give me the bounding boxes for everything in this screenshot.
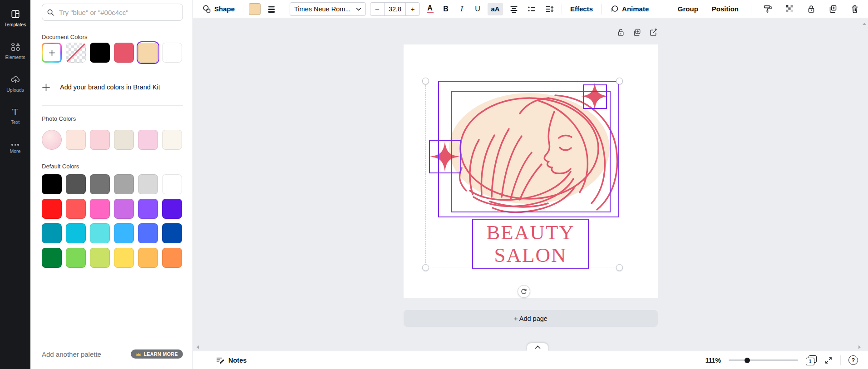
color-swatch[interactable] <box>66 174 86 194</box>
add-color-swatch[interactable] <box>42 43 62 63</box>
scroll-up-arrow[interactable] <box>862 22 867 25</box>
color-swatch[interactable] <box>90 248 110 268</box>
resize-handle-top-left[interactable] <box>422 78 429 84</box>
color-swatch[interactable] <box>42 174 62 194</box>
zoom-slider-thumb[interactable] <box>745 358 750 363</box>
color-swatch[interactable] <box>114 43 134 63</box>
resize-handle-bottom-right[interactable] <box>616 264 623 271</box>
add-brand-colors-button[interactable]: Add your brand colors in Brand Kit <box>42 77 183 97</box>
add-page-icon-button[interactable] <box>649 28 658 37</box>
sidebar-item-templates[interactable]: Templates <box>0 2 30 34</box>
lock-button[interactable] <box>804 2 818 16</box>
add-another-palette-button[interactable]: Add another palette <box>42 350 101 358</box>
italic-button[interactable]: I <box>456 3 468 15</box>
color-swatch[interactable] <box>66 248 86 268</box>
logo-title-text[interactable]: BEAUTY SALON <box>472 220 589 268</box>
color-swatch-selected[interactable] <box>138 43 158 63</box>
more-dots-icon <box>11 144 19 146</box>
shape-button[interactable]: Shape <box>199 3 237 15</box>
canvas-area[interactable]: BEAUTY SALON + Add page <box>193 18 868 351</box>
border-weight-button[interactable] <box>265 2 278 16</box>
photo-color-swatch[interactable] <box>90 130 110 150</box>
animate-button[interactable]: Animate <box>607 3 651 15</box>
text-align-button[interactable] <box>507 2 521 16</box>
color-swatch[interactable] <box>138 199 158 219</box>
color-swatch[interactable] <box>114 248 134 268</box>
lock-icon <box>807 5 816 14</box>
sidebar-item-more[interactable]: More <box>0 133 30 165</box>
color-swatch[interactable] <box>66 199 86 219</box>
photo-color-swatch[interactable] <box>138 130 158 150</box>
photo-color-swatch[interactable] <box>114 130 134 150</box>
color-swatch[interactable] <box>90 199 110 219</box>
color-swatch[interactable] <box>66 223 86 243</box>
zoom-level-value: 111% <box>705 357 721 364</box>
effects-button[interactable]: Effects <box>567 3 596 15</box>
color-swatch[interactable] <box>162 248 182 268</box>
color-swatch[interactable] <box>90 43 110 63</box>
color-swatch[interactable] <box>114 223 134 243</box>
fill-color-swatch[interactable] <box>249 3 261 15</box>
font-family-select[interactable]: Times Neue Rom... <box>290 2 366 16</box>
color-swatch[interactable] <box>162 223 182 243</box>
text-color-button[interactable]: A <box>424 3 436 15</box>
text-tool-icon: T <box>12 108 18 117</box>
page-indicator-button[interactable]: 1 <box>806 355 817 365</box>
delete-button[interactable] <box>848 2 862 16</box>
animate-label: Animate <box>622 5 649 13</box>
transparency-button[interactable] <box>783 2 796 16</box>
shape-icon <box>202 5 211 14</box>
photo-color-swatch[interactable] <box>66 130 86 150</box>
color-swatch[interactable] <box>114 174 134 194</box>
design-page[interactable]: BEAUTY SALON <box>404 44 658 298</box>
font-size-value[interactable]: 32,8 <box>384 3 406 15</box>
bold-button[interactable]: B <box>440 3 452 15</box>
color-search-input[interactable] <box>58 8 178 17</box>
increase-font-size-button[interactable]: + <box>406 3 419 15</box>
color-swatch[interactable] <box>162 43 182 63</box>
group-button[interactable]: Group <box>675 3 701 15</box>
sparkle-top-right[interactable] <box>581 83 608 110</box>
sidebar-item-label: More <box>10 148 21 154</box>
rotate-handle[interactable] <box>518 285 530 298</box>
sidebar-item-elements[interactable]: Elements <box>0 34 30 67</box>
notes-button[interactable]: Notes <box>216 356 247 364</box>
color-swatch[interactable] <box>42 248 62 268</box>
color-swatch[interactable] <box>114 199 134 219</box>
expand-panel-chevron[interactable] <box>527 343 548 351</box>
scroll-left-arrow[interactable] <box>196 345 199 349</box>
color-swatch[interactable] <box>42 199 62 219</box>
help-button[interactable]: ? <box>848 355 858 365</box>
photo-color-swatch[interactable] <box>162 130 182 150</box>
resize-handle-bottom-left[interactable] <box>422 264 429 271</box>
lock-page-button[interactable] <box>616 28 625 37</box>
position-button[interactable]: Position <box>709 3 741 15</box>
list-button[interactable] <box>525 2 538 16</box>
color-swatch[interactable] <box>90 223 110 243</box>
text-case-button[interactable]: aA <box>488 3 503 15</box>
add-page-button[interactable]: + Add page <box>404 310 658 327</box>
duplicate-page-button[interactable] <box>633 28 641 37</box>
sidebar-item-text[interactable]: T Text <box>0 100 30 133</box>
underline-button[interactable]: U <box>472 3 483 15</box>
copy-style-button[interactable] <box>761 2 774 16</box>
no-color-swatch[interactable] <box>66 43 86 63</box>
color-swatch[interactable] <box>90 174 110 194</box>
decrease-font-size-button[interactable]: – <box>370 3 384 15</box>
learn-more-badge[interactable]: LEARN MORE <box>131 349 183 359</box>
divider <box>562 4 562 15</box>
color-swatch[interactable] <box>138 223 158 243</box>
color-swatch[interactable] <box>162 199 182 219</box>
color-swatch[interactable] <box>138 174 158 194</box>
duplicate-button[interactable] <box>826 2 840 16</box>
resize-handle-top-right[interactable] <box>616 78 623 84</box>
sidebar-item-uploads[interactable]: Uploads <box>0 67 30 100</box>
scroll-right-arrow[interactable] <box>858 345 862 349</box>
color-swatch[interactable] <box>162 174 182 194</box>
fullscreen-button[interactable] <box>824 356 833 364</box>
spacing-button[interactable] <box>542 2 556 16</box>
color-swatch[interactable] <box>138 248 158 268</box>
photo-color-swatch[interactable] <box>42 130 62 150</box>
zoom-slider[interactable] <box>729 357 798 364</box>
color-swatch[interactable] <box>42 223 62 243</box>
